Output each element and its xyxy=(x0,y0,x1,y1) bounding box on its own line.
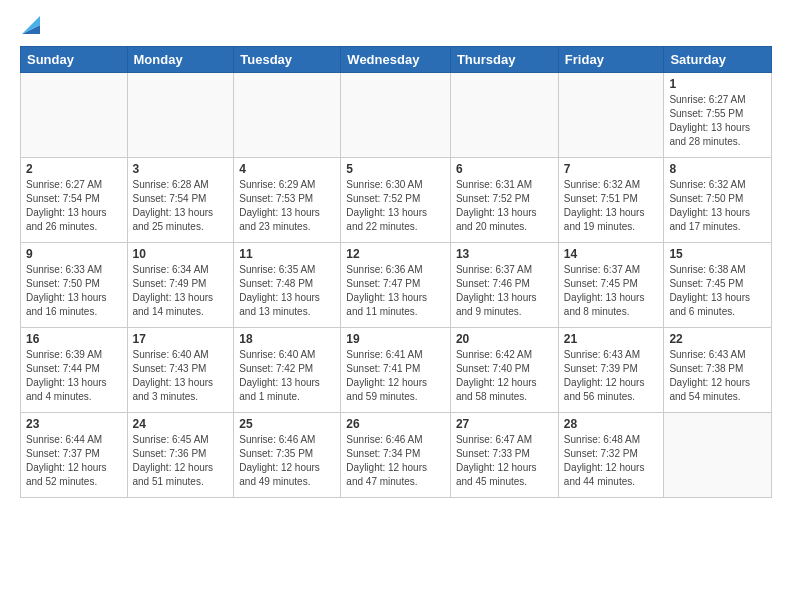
day-header-saturday: Saturday xyxy=(664,47,772,73)
day-cell: 16Sunrise: 6:39 AM Sunset: 7:44 PM Dayli… xyxy=(21,328,128,413)
day-info: Sunrise: 6:44 AM Sunset: 7:37 PM Dayligh… xyxy=(26,433,122,489)
day-number: 24 xyxy=(133,417,229,431)
day-number: 11 xyxy=(239,247,335,261)
day-cell: 27Sunrise: 6:47 AM Sunset: 7:33 PM Dayli… xyxy=(450,413,558,498)
day-info: Sunrise: 6:29 AM Sunset: 7:53 PM Dayligh… xyxy=(239,178,335,234)
day-cell: 24Sunrise: 6:45 AM Sunset: 7:36 PM Dayli… xyxy=(127,413,234,498)
day-cell xyxy=(450,73,558,158)
day-cell: 28Sunrise: 6:48 AM Sunset: 7:32 PM Dayli… xyxy=(558,413,664,498)
day-number: 2 xyxy=(26,162,122,176)
day-info: Sunrise: 6:33 AM Sunset: 7:50 PM Dayligh… xyxy=(26,263,122,319)
day-number: 9 xyxy=(26,247,122,261)
day-cell: 21Sunrise: 6:43 AM Sunset: 7:39 PM Dayli… xyxy=(558,328,664,413)
day-number: 7 xyxy=(564,162,659,176)
day-number: 20 xyxy=(456,332,553,346)
day-number: 17 xyxy=(133,332,229,346)
day-info: Sunrise: 6:46 AM Sunset: 7:35 PM Dayligh… xyxy=(239,433,335,489)
day-info: Sunrise: 6:40 AM Sunset: 7:43 PM Dayligh… xyxy=(133,348,229,404)
day-number: 3 xyxy=(133,162,229,176)
day-cell xyxy=(21,73,128,158)
day-cell xyxy=(341,73,451,158)
day-cell xyxy=(127,73,234,158)
day-info: Sunrise: 6:27 AM Sunset: 7:54 PM Dayligh… xyxy=(26,178,122,234)
day-cell: 12Sunrise: 6:36 AM Sunset: 7:47 PM Dayli… xyxy=(341,243,451,328)
day-number: 5 xyxy=(346,162,445,176)
day-number: 10 xyxy=(133,247,229,261)
day-header-tuesday: Tuesday xyxy=(234,47,341,73)
day-cell xyxy=(664,413,772,498)
day-cell: 10Sunrise: 6:34 AM Sunset: 7:49 PM Dayli… xyxy=(127,243,234,328)
day-number: 23 xyxy=(26,417,122,431)
week-row-4: 16Sunrise: 6:39 AM Sunset: 7:44 PM Dayli… xyxy=(21,328,772,413)
day-number: 8 xyxy=(669,162,766,176)
day-cell: 6Sunrise: 6:31 AM Sunset: 7:52 PM Daylig… xyxy=(450,158,558,243)
calendar-table: SundayMondayTuesdayWednesdayThursdayFrid… xyxy=(20,46,772,498)
day-info: Sunrise: 6:48 AM Sunset: 7:32 PM Dayligh… xyxy=(564,433,659,489)
day-cell: 11Sunrise: 6:35 AM Sunset: 7:48 PM Dayli… xyxy=(234,243,341,328)
day-info: Sunrise: 6:40 AM Sunset: 7:42 PM Dayligh… xyxy=(239,348,335,404)
day-cell: 8Sunrise: 6:32 AM Sunset: 7:50 PM Daylig… xyxy=(664,158,772,243)
day-cell: 14Sunrise: 6:37 AM Sunset: 7:45 PM Dayli… xyxy=(558,243,664,328)
day-info: Sunrise: 6:43 AM Sunset: 7:39 PM Dayligh… xyxy=(564,348,659,404)
day-number: 12 xyxy=(346,247,445,261)
day-cell: 25Sunrise: 6:46 AM Sunset: 7:35 PM Dayli… xyxy=(234,413,341,498)
day-number: 6 xyxy=(456,162,553,176)
day-cell: 5Sunrise: 6:30 AM Sunset: 7:52 PM Daylig… xyxy=(341,158,451,243)
day-number: 4 xyxy=(239,162,335,176)
day-cell: 7Sunrise: 6:32 AM Sunset: 7:51 PM Daylig… xyxy=(558,158,664,243)
header xyxy=(20,18,772,36)
calendar-header-row: SundayMondayTuesdayWednesdayThursdayFrid… xyxy=(21,47,772,73)
day-cell: 26Sunrise: 6:46 AM Sunset: 7:34 PM Dayli… xyxy=(341,413,451,498)
day-header-wednesday: Wednesday xyxy=(341,47,451,73)
day-number: 26 xyxy=(346,417,445,431)
day-number: 22 xyxy=(669,332,766,346)
day-info: Sunrise: 6:35 AM Sunset: 7:48 PM Dayligh… xyxy=(239,263,335,319)
day-info: Sunrise: 6:38 AM Sunset: 7:45 PM Dayligh… xyxy=(669,263,766,319)
week-row-2: 2Sunrise: 6:27 AM Sunset: 7:54 PM Daylig… xyxy=(21,158,772,243)
day-info: Sunrise: 6:32 AM Sunset: 7:50 PM Dayligh… xyxy=(669,178,766,234)
day-cell: 18Sunrise: 6:40 AM Sunset: 7:42 PM Dayli… xyxy=(234,328,341,413)
day-number: 16 xyxy=(26,332,122,346)
day-cell: 13Sunrise: 6:37 AM Sunset: 7:46 PM Dayli… xyxy=(450,243,558,328)
day-cell: 2Sunrise: 6:27 AM Sunset: 7:54 PM Daylig… xyxy=(21,158,128,243)
day-number: 13 xyxy=(456,247,553,261)
day-cell: 22Sunrise: 6:43 AM Sunset: 7:38 PM Dayli… xyxy=(664,328,772,413)
day-info: Sunrise: 6:31 AM Sunset: 7:52 PM Dayligh… xyxy=(456,178,553,234)
day-cell xyxy=(234,73,341,158)
day-info: Sunrise: 6:46 AM Sunset: 7:34 PM Dayligh… xyxy=(346,433,445,489)
day-number: 27 xyxy=(456,417,553,431)
day-info: Sunrise: 6:34 AM Sunset: 7:49 PM Dayligh… xyxy=(133,263,229,319)
day-cell xyxy=(558,73,664,158)
day-info: Sunrise: 6:30 AM Sunset: 7:52 PM Dayligh… xyxy=(346,178,445,234)
day-info: Sunrise: 6:42 AM Sunset: 7:40 PM Dayligh… xyxy=(456,348,553,404)
day-cell: 20Sunrise: 6:42 AM Sunset: 7:40 PM Dayli… xyxy=(450,328,558,413)
day-info: Sunrise: 6:28 AM Sunset: 7:54 PM Dayligh… xyxy=(133,178,229,234)
page: SundayMondayTuesdayWednesdayThursdayFrid… xyxy=(0,0,792,508)
day-header-monday: Monday xyxy=(127,47,234,73)
day-number: 19 xyxy=(346,332,445,346)
day-info: Sunrise: 6:41 AM Sunset: 7:41 PM Dayligh… xyxy=(346,348,445,404)
day-cell: 1Sunrise: 6:27 AM Sunset: 7:55 PM Daylig… xyxy=(664,73,772,158)
day-cell: 15Sunrise: 6:38 AM Sunset: 7:45 PM Dayli… xyxy=(664,243,772,328)
day-number: 14 xyxy=(564,247,659,261)
day-info: Sunrise: 6:32 AM Sunset: 7:51 PM Dayligh… xyxy=(564,178,659,234)
day-info: Sunrise: 6:39 AM Sunset: 7:44 PM Dayligh… xyxy=(26,348,122,404)
day-cell: 3Sunrise: 6:28 AM Sunset: 7:54 PM Daylig… xyxy=(127,158,234,243)
day-header-thursday: Thursday xyxy=(450,47,558,73)
day-info: Sunrise: 6:43 AM Sunset: 7:38 PM Dayligh… xyxy=(669,348,766,404)
day-info: Sunrise: 6:45 AM Sunset: 7:36 PM Dayligh… xyxy=(133,433,229,489)
day-cell: 23Sunrise: 6:44 AM Sunset: 7:37 PM Dayli… xyxy=(21,413,128,498)
day-number: 18 xyxy=(239,332,335,346)
logo-icon xyxy=(22,16,40,34)
day-number: 15 xyxy=(669,247,766,261)
day-cell: 9Sunrise: 6:33 AM Sunset: 7:50 PM Daylig… xyxy=(21,243,128,328)
day-number: 25 xyxy=(239,417,335,431)
day-number: 1 xyxy=(669,77,766,91)
day-cell: 19Sunrise: 6:41 AM Sunset: 7:41 PM Dayli… xyxy=(341,328,451,413)
day-info: Sunrise: 6:27 AM Sunset: 7:55 PM Dayligh… xyxy=(669,93,766,149)
day-info: Sunrise: 6:37 AM Sunset: 7:46 PM Dayligh… xyxy=(456,263,553,319)
week-row-3: 9Sunrise: 6:33 AM Sunset: 7:50 PM Daylig… xyxy=(21,243,772,328)
day-info: Sunrise: 6:36 AM Sunset: 7:47 PM Dayligh… xyxy=(346,263,445,319)
day-cell: 4Sunrise: 6:29 AM Sunset: 7:53 PM Daylig… xyxy=(234,158,341,243)
day-info: Sunrise: 6:37 AM Sunset: 7:45 PM Dayligh… xyxy=(564,263,659,319)
